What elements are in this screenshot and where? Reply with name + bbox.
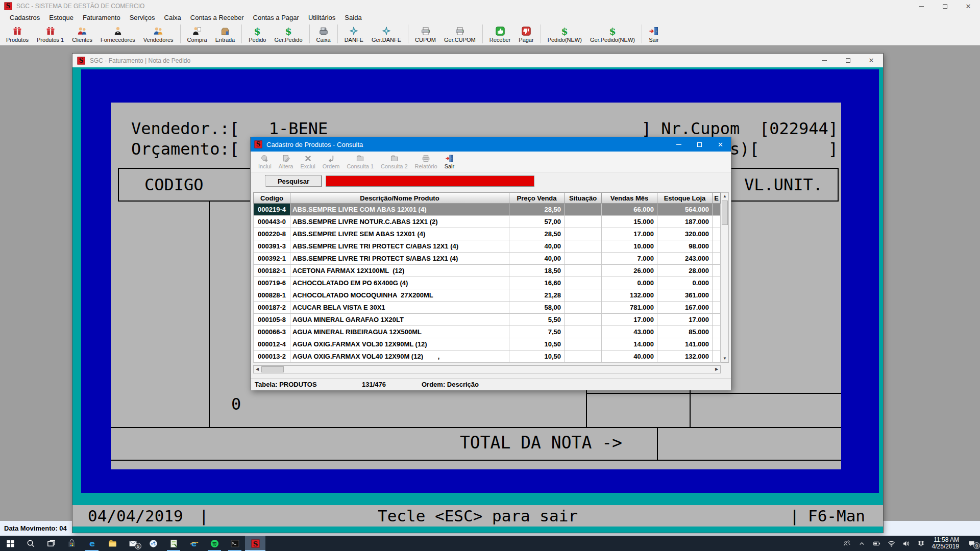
dialog-button-altera[interactable]: Altera	[275, 154, 297, 170]
menu-item-utilit-rios[interactable]: Utilitários	[304, 14, 340, 21]
table-row[interactable]: 000443-0 ABS.SEMPRE LIVRE NOTUR.C.ABAS 1…	[253, 216, 721, 228]
column-label-codigo: CODIGO	[144, 176, 204, 193]
column-header-codigo[interactable]: Codigo	[253, 192, 290, 204]
scroll-left-icon[interactable]: ◀	[254, 366, 261, 373]
menu-item-contas-a-pagar[interactable]: Contas a Pagar	[249, 14, 304, 21]
dialog-button-exclui[interactable]: Exclui	[297, 154, 318, 170]
column-header-estoque-loja[interactable]: Estoque Loja	[657, 192, 713, 204]
table-row[interactable]: 000013-2 AGUA OXIG.FARMAX VOL40 12X90M (…	[253, 350, 721, 363]
internet-explorer-icon[interactable]: e	[184, 536, 204, 551]
search-input[interactable]	[326, 176, 534, 187]
close-button[interactable]: ✕	[957, 0, 980, 12]
table-row[interactable]: 000187-2 ACUCAR BELA VISTA E 30X1 58,00 …	[253, 302, 721, 314]
minimize-button[interactable]	[910, 0, 933, 12]
dialog-button-consulta-2[interactable]: Consulta 2	[377, 154, 411, 170]
table-row[interactable]: 000105-8 AGUA MINERAL GARAFAO 1X20LT 5,5…	[253, 314, 721, 326]
horizontal-scroll-thumb[interactable]	[261, 366, 284, 372]
notification-center-icon[interactable]: 9	[963, 536, 980, 551]
table-row[interactable]: 000719-6 ACHOCOLATADO EM PO 6X400G (4) 1…	[253, 277, 721, 289]
task-view-icon[interactable]	[41, 536, 61, 551]
toolbar-button-sair[interactable]: Sair	[645, 23, 663, 45]
sgc-app-icon[interactable]: S	[245, 536, 265, 551]
menu-item-caixa[interactable]: Caixa	[160, 14, 186, 21]
form-line	[586, 393, 841, 394]
dialog-button-consulta-1[interactable]: Consulta 1	[343, 154, 377, 170]
pesquisar-button[interactable]: Pesquisar	[265, 175, 322, 187]
menu-item-cadastros[interactable]: Cadastros	[5, 14, 44, 21]
scroll-up-icon[interactable]: ▲	[721, 193, 728, 200]
file-explorer-icon[interactable]	[102, 536, 122, 551]
menu-item-contas-a-receber[interactable]: Contas a Receber	[186, 14, 249, 21]
column-header-vendas-m-s[interactable]: Vendas Mês	[602, 192, 657, 204]
toolbar-button-caixa[interactable]: Caixa	[312, 23, 335, 45]
toolbar-button-ger-danfe[interactable]: Ger.DANFE	[368, 23, 405, 45]
horizontal-scrollbar[interactable]: ◀ ▶	[253, 365, 721, 373]
store-icon[interactable]	[61, 536, 82, 551]
table-row[interactable]: 000182-1 ACETONA FARMAX 12X100ML (12) 18…	[253, 265, 721, 277]
toolbar-button-vendedores[interactable]: Vendedores	[139, 23, 178, 45]
table-row[interactable]: 000219-4 ABS.SEMPRE LIVRE COM ABAS 12X01…	[253, 204, 721, 216]
speaker-icon[interactable]	[899, 536, 914, 551]
dialog-button-relat-rio[interactable]: Relatório	[411, 154, 441, 170]
search-icon[interactable]	[20, 536, 41, 551]
table-row[interactable]: 000392-1 ABS.SEMPRE LIVRE TRI PROTECT S/…	[253, 253, 721, 265]
table-row[interactable]: 000828-1 ACHOCOLATADO MOCOQUINHA 27X200M…	[253, 289, 721, 302]
toolbar-button-pedido[interactable]: $ Pedido	[244, 23, 270, 45]
menu-item-estoque[interactable]: Estoque	[44, 14, 78, 21]
dialog-button-ordem[interactable]: Ordem	[319, 154, 344, 170]
wifi-icon[interactable]	[884, 536, 899, 551]
menu-item-faturamento[interactable]: Faturamento	[78, 14, 125, 21]
column-header-pre-o-venda[interactable]: Preço Venda	[509, 192, 565, 204]
column-header-e[interactable]: E	[713, 192, 721, 204]
toolbar-button-fornecedores[interactable]: Fornecedores	[96, 23, 139, 45]
battery-icon[interactable]	[869, 536, 884, 551]
menu-item-saida[interactable]: Saida	[340, 14, 366, 21]
budget-field[interactable]: Orçamento:[	[131, 140, 239, 158]
maximize-button[interactable]	[689, 137, 710, 152]
maximize-button[interactable]	[836, 54, 860, 67]
scroll-down-icon[interactable]: ▼	[721, 355, 728, 362]
toolbar-button-ger-pedido-new[interactable]: $ Ger.Pedido(NEW)	[586, 23, 639, 45]
dialog-button-inclui[interactable]: Inclui	[255, 154, 275, 170]
close-button[interactable]: ✕	[860, 54, 883, 67]
close-button[interactable]: ✕	[710, 137, 731, 152]
dialog-button-sair[interactable]: Sair	[441, 154, 458, 170]
minimize-button[interactable]	[668, 137, 689, 152]
maximize-button[interactable]	[933, 0, 957, 12]
table-row[interactable]: 000220-8 ABS.SEMPRE LIVRE SEM ABAS 12X01…	[253, 228, 721, 240]
table-row[interactable]: 000066-3 AGUA MINERAL RIBEIRAGUA 12X500M…	[253, 326, 721, 338]
table-row[interactable]: 000391-3 ABS.SEMPRE LIVRE TRI PROTECT C/…	[253, 240, 721, 253]
column-header-descri-o-nome-produto[interactable]: Descrição/Nome Produto	[290, 192, 509, 204]
edge-icon[interactable]: e	[82, 536, 102, 551]
toolbar-button-pagar[interactable]: Pagar	[514, 23, 537, 45]
toolbar-button-receber[interactable]: Receber	[485, 23, 515, 45]
column-header-situa-o[interactable]: Situação	[565, 192, 602, 204]
toolbar-button-entrada[interactable]: Entrada	[211, 23, 239, 45]
start-button[interactable]	[0, 536, 20, 551]
toolbar-button-ger-pedido[interactable]: $ Ger.Pedido	[271, 23, 307, 45]
toolbar-button-produtos-1[interactable]: Produtos 1	[33, 23, 68, 45]
minimize-button[interactable]	[813, 54, 836, 67]
spotify-icon[interactable]	[204, 536, 225, 551]
taskbar-clock[interactable]: 11:58 AM 4/25/2019	[932, 537, 959, 550]
vendor-field[interactable]: Vendedor.:[ 1-BENE	[131, 120, 328, 137]
toolbar-button-compra[interactable]: Compra	[183, 23, 211, 45]
dropbox-icon[interactable]	[914, 536, 928, 551]
people-icon[interactable]	[840, 536, 854, 551]
vertical-scroll-thumb[interactable]	[722, 201, 728, 225]
notes-app-icon[interactable]	[163, 536, 184, 551]
toolbar-button-clientes[interactable]: Clientes	[68, 23, 96, 45]
vertical-scrollbar[interactable]: ▲ ▼	[721, 192, 729, 363]
command-prompt-icon[interactable]	[225, 536, 245, 551]
toolbar-button-cupom[interactable]: CUPOM	[411, 23, 440, 45]
menu-item-servi-os[interactable]: Serviços	[125, 14, 160, 21]
toolbar-button-danfe[interactable]: DANFE	[340, 23, 368, 45]
scroll-right-icon[interactable]: ▶	[713, 366, 720, 373]
chevron-up-icon[interactable]	[854, 536, 869, 551]
table-row[interactable]: 000012-4 AGUA OXIG.FARMAX VOL30 12X90ML …	[253, 338, 721, 350]
mail-icon[interactable]: 5	[122, 536, 143, 551]
msn-icon[interactable]	[143, 536, 163, 551]
toolbar-button-ger-cupom[interactable]: Ger.CUPOM	[440, 23, 480, 45]
toolbar-button-pedido-new[interactable]: $ Pedido(NEW)	[544, 23, 586, 45]
toolbar-button-produtos[interactable]: Produtos	[2, 23, 33, 45]
